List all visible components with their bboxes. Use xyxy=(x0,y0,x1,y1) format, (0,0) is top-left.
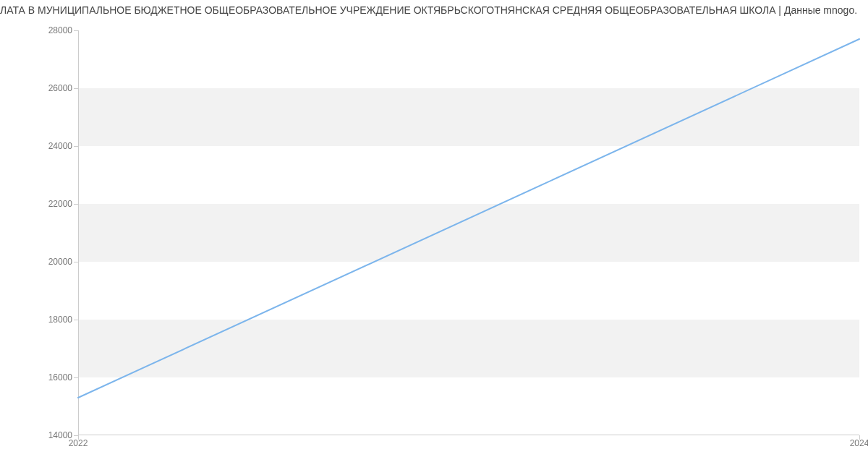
chart-title: ЛАТА В МУНИЦИПАЛЬНОЕ БЮДЖЕТНОЕ ОБЩЕОБРАЗ… xyxy=(0,4,868,16)
y-tick-mark xyxy=(74,30,78,31)
plot-area xyxy=(78,30,859,435)
series-line xyxy=(78,39,859,398)
y-tick-mark xyxy=(74,377,78,378)
x-tick-mark xyxy=(859,435,860,440)
y-tick-mark xyxy=(74,262,78,262)
y-tick-mark xyxy=(74,88,78,89)
y-tick-label: 14000 xyxy=(14,430,72,440)
y-tick-mark xyxy=(74,320,78,320)
line-layer xyxy=(78,30,859,435)
x-tick-label: 2022 xyxy=(69,438,88,448)
chart-container: ЛАТА В МУНИЦИПАЛЬНОЕ БЮДЖЕТНОЕ ОБЩЕОБРАЗ… xyxy=(0,0,868,470)
y-tick-label: 20000 xyxy=(14,257,72,267)
y-tick-label: 16000 xyxy=(14,372,72,383)
y-tick-label: 26000 xyxy=(14,83,72,93)
y-tick-mark xyxy=(74,146,78,147)
y-tick-label: 18000 xyxy=(14,315,72,325)
y-tick-label: 28000 xyxy=(14,25,72,35)
y-tick-mark xyxy=(74,204,78,205)
x-tick-label: 2024 xyxy=(850,438,868,448)
x-tick-mark xyxy=(78,435,79,440)
y-tick-label: 22000 xyxy=(14,199,72,209)
y-tick-label: 24000 xyxy=(14,141,72,151)
